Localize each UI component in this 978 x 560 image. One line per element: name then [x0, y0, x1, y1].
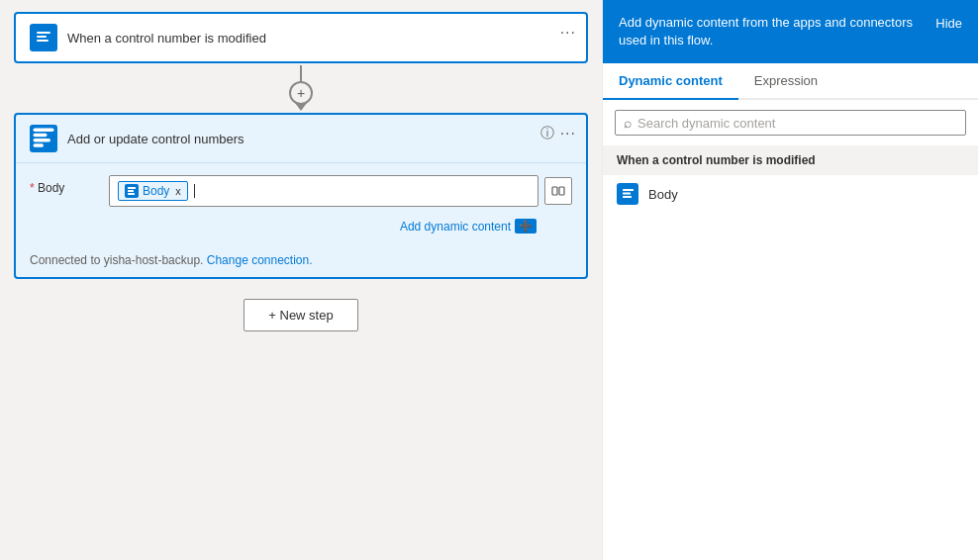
action-card-title: Add or update control numbers: [67, 132, 244, 146]
body-field-label: * Body: [30, 175, 109, 195]
array-icon-button[interactable]: [544, 177, 572, 205]
connector-line-top: [300, 65, 302, 81]
required-star: *: [30, 181, 38, 195]
trigger-card-title: When a control number is modified: [67, 31, 266, 46]
info-icon[interactable]: ⓘ: [540, 125, 554, 142]
svg-rect-3: [34, 129, 54, 133]
section-header-trigger: When a control number is modified: [603, 145, 978, 175]
tabs-row: Dynamic content Expression: [603, 63, 978, 100]
body-tag-remove[interactable]: x: [175, 185, 181, 197]
text-cursor: [194, 184, 195, 198]
trigger-card-menu[interactable]: ···: [560, 24, 576, 42]
dynamic-item-body-icon: [617, 183, 638, 205]
tab-expression[interactable]: Expression: [738, 63, 833, 100]
search-box: ⌕: [615, 110, 966, 136]
action-card-actions: ⓘ ···: [540, 125, 576, 142]
action-card-body: * Body Body: [16, 163, 586, 245]
search-input[interactable]: [637, 116, 957, 131]
connector: +: [289, 65, 313, 111]
svg-rect-0: [37, 32, 50, 34]
svg-rect-13: [623, 192, 631, 194]
body-tag-icon: [125, 184, 139, 198]
svg-rect-8: [128, 190, 134, 192]
right-panel-header: Add dynamic content from the apps and co…: [603, 0, 978, 63]
add-dynamic-content-link[interactable]: Add dynamic content ➕: [400, 219, 537, 233]
right-panel: Add dynamic content from the apps and co…: [602, 0, 978, 560]
hide-panel-button[interactable]: Hide: [935, 14, 962, 31]
svg-rect-7: [128, 187, 136, 189]
svg-rect-9: [128, 193, 135, 195]
svg-rect-10: [552, 187, 557, 195]
action-icon: [30, 125, 57, 152]
connector-plus-button[interactable]: +: [289, 81, 313, 105]
svg-rect-2: [37, 40, 49, 42]
right-panel-description: Add dynamic content from the apps and co…: [619, 14, 935, 49]
svg-rect-14: [623, 196, 632, 198]
svg-rect-5: [34, 139, 51, 142]
dynamic-item-body-label: Body: [648, 187, 678, 202]
dynamic-link-icon: ➕: [515, 219, 537, 233]
tab-dynamic-content[interactable]: Dynamic content: [603, 63, 738, 100]
action-card-header: Add or update control numbers ⓘ ···: [16, 115, 586, 163]
action-card: Add or update control numbers ⓘ ··· * Bo…: [14, 113, 588, 279]
body-field-input[interactable]: Body x: [109, 175, 538, 207]
body-tag: Body x: [118, 181, 188, 201]
body-tag-label: Body: [143, 184, 169, 198]
dynamic-item-body[interactable]: Body: [603, 175, 978, 213]
new-step-button[interactable]: + New step: [244, 299, 357, 331]
svg-rect-6: [34, 143, 45, 147]
body-field-input-wrapper: Body x: [109, 175, 572, 207]
trigger-icon: [30, 24, 57, 51]
trigger-card: When a control number is modified ···: [14, 12, 588, 63]
dynamic-link-row: Add dynamic content ➕: [30, 215, 572, 233]
svg-rect-4: [34, 134, 48, 138]
search-icon: ⌕: [624, 115, 632, 131]
left-panel: When a control number is modified ··· + …: [0, 0, 602, 560]
body-field-row: * Body Body: [30, 175, 572, 207]
connection-info: Connected to yisha-host-backup. Change c…: [16, 245, 586, 277]
svg-rect-11: [559, 187, 564, 195]
connector-arrow: [295, 103, 307, 111]
change-connection-link[interactable]: Change connection.: [207, 253, 313, 267]
action-card-menu[interactable]: ···: [560, 125, 576, 142]
svg-rect-12: [623, 189, 634, 191]
svg-rect-1: [37, 36, 47, 38]
